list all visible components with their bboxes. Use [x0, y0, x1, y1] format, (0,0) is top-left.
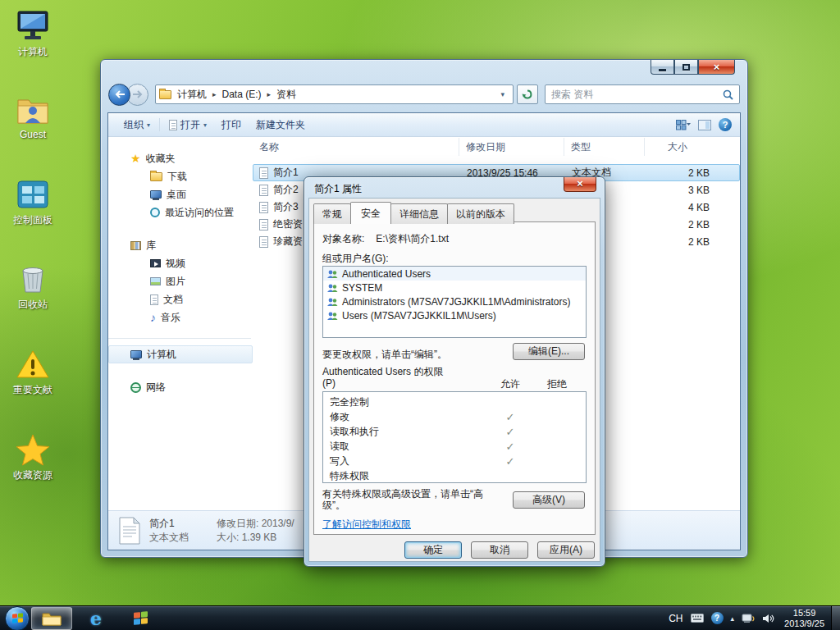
column-header-size[interactable]: 大小 [645, 138, 724, 156]
column-header-modified[interactable]: 修改日期 [459, 138, 564, 156]
minimize-button[interactable] [651, 60, 674, 75]
sidebar-item-libraries[interactable]: 库 [108, 236, 253, 254]
deny-column-header: 拒绝 [547, 377, 567, 391]
organize-menu[interactable]: 组织 ▾ [116, 115, 158, 135]
organize-label: 组织 [124, 118, 144, 132]
sidebar-item-music[interactable]: ♪ 音乐 [108, 308, 253, 326]
tab-security[interactable]: 安全 [350, 202, 391, 224]
learn-about-permissions-link[interactable]: 了解访问控制和权限 [322, 518, 411, 532]
breadcrumb-segment[interactable]: 资料 [271, 88, 302, 102]
forward-arrow-icon [132, 89, 144, 99]
desktop-icon-label: Guest [2, 129, 64, 140]
sidebar-item-desktop[interactable]: 桌面 [108, 185, 253, 203]
views-icon[interactable] [676, 119, 691, 130]
language-indicator[interactable]: CH [669, 613, 682, 624]
show-hidden-icons-button[interactable]: ▴ [731, 614, 735, 623]
close-icon: × [577, 177, 583, 189]
recycle-bin-icon [16, 262, 49, 295]
print-button[interactable]: 打印 [214, 115, 249, 135]
object-name-label: 对象名称: [322, 232, 364, 246]
permissions-list[interactable]: 完全控制 修改 ✓ 读取和执行 ✓ 读取 ✓ [322, 391, 587, 483]
ok-button[interactable]: 确定 [404, 541, 462, 559]
sidebar-item-pictures[interactable]: 图片 [108, 272, 253, 290]
desktop-icon-guest[interactable]: Guest [2, 94, 64, 140]
tab-details[interactable]: 详细信息 [390, 203, 448, 224]
status-modified: 修改日期: 2013/9/ [217, 517, 294, 531]
refresh-button[interactable] [517, 84, 538, 104]
user-name: Authenticated Users [342, 268, 431, 280]
tab-previous-versions[interactable]: 以前的版本 [447, 203, 514, 224]
taskbar-explorer-button[interactable] [31, 607, 72, 630]
sidebar-item-favorites[interactable]: ★ 收藏夹 [108, 149, 253, 167]
user-list-item[interactable]: Authenticated Users [323, 267, 586, 281]
document-icon [169, 120, 177, 130]
desktop-icon-important-docs[interactable]: 重要文献 [2, 348, 64, 397]
breadcrumb-segment[interactable]: Data (E:) [217, 89, 267, 100]
group-users-list[interactable]: Authenticated Users SYSTEM Administrator… [322, 266, 587, 338]
allow-checkmark: ✓ [499, 441, 522, 453]
taskbar-clock[interactable]: 15:59 2013/9/25 [784, 608, 824, 629]
minimize-icon [659, 69, 666, 71]
user-list-item[interactable]: SYSTEM [323, 281, 586, 294]
permission-name: 写入 [323, 454, 349, 468]
address-dropdown-icon[interactable]: ▾ [495, 90, 509, 98]
open-menu[interactable]: 打开 ▾ [162, 115, 214, 135]
user-list-item[interactable]: Administrators (M7SAV7JGJKKIL1M\Administ… [323, 294, 586, 308]
column-header-type[interactable]: 类型 [564, 138, 645, 156]
preview-pane-icon[interactable] [698, 120, 711, 130]
breadcrumb-segment[interactable]: 计算机 [171, 88, 212, 102]
sidebar-item-label: 文档 [163, 293, 183, 307]
star-icon [15, 433, 51, 466]
dialog-close-button[interactable]: × [564, 177, 596, 192]
file-name: 简介3 [273, 200, 299, 214]
close-button[interactable]: × [698, 60, 735, 75]
sidebar-item-downloads[interactable]: 下载 [108, 167, 253, 185]
address-bar[interactable]: 计算机 ▸ Data (E:) ▸ 资料 ▾ [155, 84, 514, 104]
command-bar: 组织 ▾ 打开 ▾ 打印 新建文件夹 [108, 113, 740, 137]
search-box[interactable] [545, 84, 740, 104]
user-list-item[interactable]: Users (M7SAV7JGJKKIL1M\Users) [323, 308, 586, 322]
volume-icon[interactable] [762, 614, 774, 623]
sidebar-item-label: 下载 [167, 170, 187, 184]
network-tray-icon[interactable] [742, 614, 755, 623]
advanced-button[interactable]: 高级(V) [513, 491, 585, 509]
help-tray-icon[interactable]: ? [711, 612, 724, 624]
libraries-icon [130, 241, 141, 250]
apply-button[interactable]: 应用(A) [537, 541, 595, 559]
folder-icon [41, 610, 62, 627]
back-button[interactable] [108, 84, 130, 106]
start-button[interactable] [5, 606, 30, 630]
permissions-title-line2: (P) [322, 377, 443, 389]
desktop-icon-computer[interactable]: 计算机 [2, 10, 64, 59]
help-glyph: ? [714, 614, 719, 623]
users-icon [326, 297, 338, 307]
desktop-icon-recycle-bin[interactable]: 回收站 [2, 262, 64, 312]
help-icon[interactable]: ? [719, 118, 732, 131]
sidebar-item-computer[interactable]: 计算机 [108, 345, 253, 363]
show-desktop-button[interactable] [831, 606, 840, 630]
navigation-bar: 计算机 ▸ Data (E:) ▸ 资料 ▾ [108, 82, 740, 107]
maximize-button[interactable] [674, 60, 698, 75]
column-header-name[interactable]: 名称 [253, 138, 459, 156]
permissions-title-line1: Authenticated Users 的权限 [322, 366, 443, 377]
desktop-icon-favorite-resources[interactable]: 收藏资源 [2, 433, 64, 482]
group-users-label: 组或用户名(G): [322, 252, 389, 266]
keyboard-icon[interactable] [691, 614, 704, 623]
search-input[interactable] [551, 89, 723, 100]
edit-button[interactable]: 编辑(E)... [513, 343, 585, 360]
tab-general[interactable]: 常规 [313, 203, 351, 224]
sidebar-item-videos[interactable]: 视频 [108, 254, 253, 272]
new-folder-button[interactable]: 新建文件夹 [249, 115, 313, 135]
taskbar-ie-button[interactable]: e [75, 607, 116, 630]
warning-icon [15, 348, 51, 381]
sidebar-item-network[interactable]: 网络 [108, 378, 253, 396]
network-icon [130, 382, 141, 393]
sidebar-item-recent-places[interactable]: 最近访问的位置 [108, 203, 253, 221]
new-folder-label: 新建文件夹 [256, 118, 305, 132]
desktop-icon-control-panel[interactable]: 控制面板 [2, 178, 64, 227]
computer-icon-small [130, 350, 142, 358]
taskbar-pinned-app-button[interactable] [120, 607, 161, 630]
status-file-name: 简介1 [149, 517, 189, 531]
cancel-button[interactable]: 取消 [471, 541, 528, 559]
sidebar-item-documents[interactable]: 文档 [108, 290, 253, 308]
